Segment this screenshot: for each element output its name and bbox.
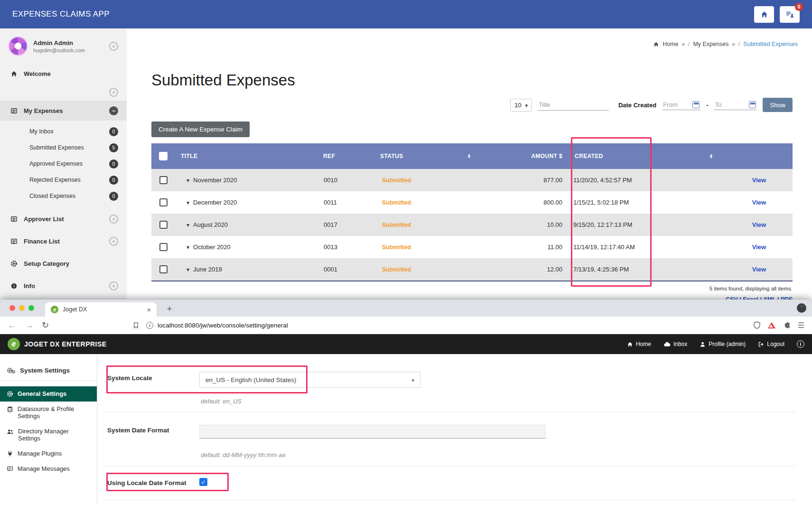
sidebar-item-general-settings[interactable]: General Settings [0, 386, 97, 402]
joget-nav-home[interactable]: Home [627, 341, 651, 347]
row-checkbox[interactable] [159, 221, 168, 229]
expand-icon[interactable] [109, 42, 118, 51]
view-link[interactable]: View [752, 177, 766, 184]
user-email: hugolim@outlook.com [33, 47, 85, 53]
sidebar-item-datasource-profile-settings[interactable]: Datasource & Profile Settings [0, 402, 97, 424]
chevron-down-icon[interactable] [187, 199, 189, 206]
table-row[interactable]: December 2020 0011 Submitted 800.00 1/15… [151, 191, 793, 214]
expand-icon[interactable] [109, 215, 118, 224]
calendar-icon[interactable] [692, 101, 700, 108]
sidebar-item-submitted-expenses[interactable]: Submitted Expenses 5 [0, 140, 127, 156]
chevron-down-icon[interactable] [187, 266, 189, 273]
sidebar-item-approver-list[interactable]: Approver List [0, 209, 127, 229]
view-link[interactable]: View [752, 199, 766, 206]
forward-button[interactable]: → [25, 320, 33, 330]
site-info-icon[interactable]: i [146, 322, 153, 329]
sidebar-item-welcome[interactable]: Welcome [0, 64, 127, 84]
column-header-created[interactable]: CREATED [569, 153, 726, 159]
maximize-window-button[interactable] [28, 305, 34, 311]
address-bar[interactable]: i localhost:8080/jw/web/console/setting/… [146, 321, 778, 329]
table-row[interactable]: August 2020 0017 Submitted 10.00 9/15/20… [151, 214, 793, 236]
date-to-field[interactable] [714, 100, 757, 110]
using-locale-date-format-checkbox[interactable] [199, 478, 207, 486]
sort-icon[interactable] [709, 154, 713, 159]
collapse-icon[interactable] [109, 106, 118, 115]
row-checkbox[interactable] [159, 265, 168, 273]
sidebar-item-directory-manager-settings[interactable]: Directory Manager Settings [0, 424, 97, 446]
joget-nav-profile[interactable]: Profile (admin) [700, 341, 746, 347]
extensions-puzzle-icon[interactable] [784, 322, 791, 329]
view-link[interactable]: View [752, 221, 766, 228]
minimize-window-button[interactable] [19, 305, 25, 311]
bookmark-icon[interactable] [132, 322, 140, 329]
chevron-down-icon[interactable] [187, 243, 189, 251]
sidebar-item-my-expenses[interactable]: My Expenses [0, 101, 127, 121]
sidebar-item-approved-expenses[interactable]: Approved Expenses 0 [0, 156, 127, 172]
chevron-down-icon[interactable] [187, 177, 189, 184]
sidebar-item-info[interactable]: Info [0, 276, 127, 296]
date-range-separator: - [706, 102, 708, 109]
column-header-amount[interactable]: AMOUNT $ [484, 153, 569, 159]
title-filter-input[interactable] [538, 99, 609, 111]
user-profile-row[interactable]: Admin Admin hugolim@outlook.com [0, 28, 127, 64]
sidebar-item-label: My Inbox [29, 128, 54, 135]
row-checkbox[interactable] [159, 198, 168, 206]
date-to-input[interactable] [715, 101, 747, 108]
sidebar-item-manage-plugins[interactable]: Manage Plugins [0, 446, 97, 461]
table-row[interactable]: October 2020 0013 Submitted 11.00 11/14/… [151, 236, 793, 258]
breadcrumb-my-expenses[interactable]: My Expenses [693, 41, 728, 47]
system-date-format-input[interactable] [199, 425, 546, 439]
show-button[interactable]: Show [763, 98, 793, 112]
info-icon[interactable]: i [797, 340, 804, 348]
view-link[interactable]: View [752, 243, 766, 251]
sidebar-header-system-settings[interactable]: System Settings [0, 361, 97, 381]
calendar-icon[interactable] [749, 101, 756, 108]
column-header-status[interactable]: STATUS [374, 153, 484, 159]
brave-rewards-triangle-icon[interactable] [768, 322, 775, 328]
sidebar-item-closed-expenses[interactable]: Closed Expenses 0 [0, 188, 127, 204]
sidebar-item-manage-messages[interactable]: Manage Messages [0, 461, 97, 477]
breadcrumb-current[interactable]: Submitted Expenses [743, 41, 798, 47]
sidebar-item-setup-category[interactable]: Setup Category [0, 253, 127, 273]
system-locale-select[interactable]: en_US - English (United States) [199, 372, 420, 388]
url-text[interactable]: localhost:8080/jw/web/console/setting/ge… [158, 322, 288, 329]
select-all-checkbox[interactable] [159, 152, 168, 160]
sidebar-item-my-inbox[interactable]: My Inbox 0 [0, 123, 127, 140]
close-tab-icon[interactable]: × [147, 306, 151, 314]
row-created: 11/20/20, 4:52:57 PM [569, 177, 726, 184]
create-expense-claim-button[interactable]: Create A New Expense Claim [151, 122, 250, 137]
joget-nav-logout[interactable]: Logout [758, 341, 784, 347]
tab-search-button[interactable]: ˇ [797, 303, 806, 313]
row-checkbox[interactable] [159, 243, 168, 251]
row-checkbox[interactable] [159, 176, 168, 184]
expand-icon[interactable] [109, 237, 118, 246]
view-link[interactable]: View [752, 266, 766, 273]
sidebar-item-finance-list[interactable]: Finance List [0, 231, 127, 251]
brave-shield-icon[interactable] [753, 321, 761, 329]
expand-icon[interactable] [109, 88, 118, 97]
breadcrumb-home[interactable]: Home [663, 41, 678, 47]
chevron-down-icon[interactable] [187, 221, 189, 228]
joget-nav-inbox[interactable]: Inbox [663, 341, 687, 348]
date-from-field[interactable] [662, 100, 700, 110]
expand-icon[interactable] [109, 281, 118, 290]
column-header-ref[interactable]: REF [317, 153, 374, 159]
back-button[interactable]: ← [8, 320, 16, 330]
reload-button[interactable]: ↻ [42, 320, 49, 330]
sidebar-item-rejected-expenses[interactable]: Rejected Expenses 0 [0, 172, 127, 188]
browser-tab[interactable]: e Joget DX × [45, 302, 157, 317]
table-row[interactable]: November 2020 0010 Submitted 877.00 11/2… [151, 169, 793, 191]
page-size-select[interactable]: 10 [510, 99, 532, 112]
new-tab-button[interactable]: + [164, 303, 175, 315]
sort-icon[interactable] [467, 154, 471, 159]
close-window-button[interactable] [9, 305, 15, 311]
expenses-table: TITLE REF STATUS AMOUNT $ CREATED N [151, 143, 793, 281]
column-header-title[interactable]: TITLE [175, 153, 317, 159]
home-button[interactable] [754, 6, 774, 23]
joget-logo: e [8, 338, 20, 350]
date-from-input[interactable] [663, 101, 691, 108]
user-list-button[interactable]: 0 [780, 6, 800, 23]
browser-menu-icon[interactable]: ☰ [798, 321, 804, 330]
table-row[interactable]: June 2019 0001 Submitted 12.00 7/13/19, … [151, 258, 793, 281]
home-icon [10, 70, 18, 77]
